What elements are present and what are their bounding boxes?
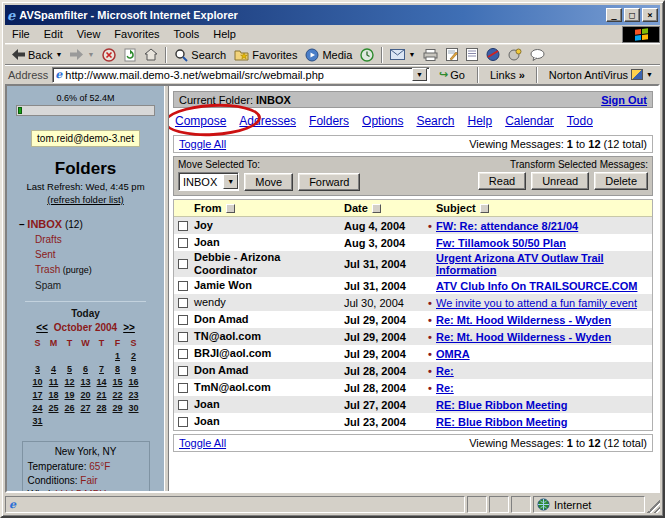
message-checkbox[interactable]: [178, 417, 188, 427]
calendar-next-link[interactable]: >>: [123, 322, 135, 333]
calendar-day-link[interactable]: 22: [112, 390, 122, 400]
discuss-button[interactable]: [526, 48, 549, 62]
refresh-folder-list-link[interactable]: (refresh folder list): [47, 194, 124, 205]
delete-button[interactable]: Delete: [594, 172, 648, 190]
calendar-day-link[interactable]: 18: [48, 390, 58, 400]
toggle-all-link[interactable]: Toggle All: [179, 138, 226, 150]
sort-subject-button[interactable]: [480, 204, 489, 213]
unread-button[interactable]: Unread: [531, 172, 589, 190]
nav-compose-link[interactable]: Compose: [175, 114, 226, 128]
refresh-button[interactable]: [120, 47, 140, 63]
calendar-day-link[interactable]: 28: [96, 403, 106, 413]
sign-out-link[interactable]: Sign Out: [601, 94, 647, 106]
message-checkbox[interactable]: [178, 315, 188, 325]
sort-date-button[interactable]: [372, 204, 381, 213]
trash-purge-link[interactable]: (purge): [60, 265, 92, 275]
message-checkbox[interactable]: [178, 238, 188, 248]
message-checkbox[interactable]: [178, 366, 188, 376]
menu-edit[interactable]: Edit: [37, 26, 70, 42]
nav-help-link[interactable]: Help: [467, 114, 492, 128]
move-button[interactable]: Move: [244, 173, 293, 191]
calendar-day-link[interactable]: 9: [131, 364, 136, 374]
message-checkbox[interactable]: [178, 259, 188, 269]
message-subject-link[interactable]: ATV Club Info On TRAILSOURCE.COM: [436, 280, 637, 292]
sort-from-button[interactable]: [226, 204, 235, 213]
go-button[interactable]: ↪ Go: [434, 67, 470, 82]
forward-button[interactable]: ▼: [66, 48, 98, 61]
calendar-day-link[interactable]: 1: [115, 351, 120, 361]
calendar-day-link[interactable]: 29: [112, 403, 122, 413]
folder-drafts-link[interactable]: Drafts: [35, 234, 62, 245]
calendar-day-link[interactable]: 5: [67, 364, 72, 374]
message-checkbox[interactable]: [178, 349, 188, 359]
minimize-button[interactable]: _: [606, 8, 622, 22]
message-subject-link[interactable]: OMRA: [436, 348, 470, 360]
history-button[interactable]: [356, 47, 378, 63]
message-checkbox[interactable]: [178, 221, 188, 231]
calendar-day-link[interactable]: 10: [32, 377, 42, 387]
message-subject-link[interactable]: FW: Re: attendance 8/21/04: [436, 220, 578, 232]
message-checkbox[interactable]: [178, 298, 188, 308]
media-button[interactable]: Media: [301, 47, 356, 63]
menu-tools[interactable]: Tools: [167, 26, 207, 42]
message-checkbox[interactable]: [178, 281, 188, 291]
calendar-day-link[interactable]: 30: [128, 403, 138, 413]
resize-grip[interactable]: [647, 500, 660, 513]
message-subject-link[interactable]: We invite you to attend a fun family eve…: [436, 297, 637, 309]
folder-sent-link[interactable]: Sent: [35, 249, 56, 260]
stop-button[interactable]: [98, 47, 120, 63]
message-subject-link[interactable]: RE: Blue Ribbon Meeting: [436, 399, 567, 411]
message-checkbox[interactable]: [178, 383, 188, 393]
favorites-button[interactable]: Favorites: [230, 48, 301, 62]
maximize-button[interactable]: □: [624, 8, 640, 22]
message-subject-link[interactable]: Urgent Arizona ATV Outlaw Trail Informat…: [436, 252, 604, 276]
norton-antivirus-button[interactable]: Norton AntiVirus ▼: [545, 69, 657, 81]
close-button[interactable]: ×: [642, 8, 658, 22]
calendar-day-link[interactable]: 23: [128, 390, 138, 400]
calendar-day-link[interactable]: 25: [48, 403, 58, 413]
calendar-day-link[interactable]: 13: [80, 377, 90, 387]
menu-favorites[interactable]: Favorites: [107, 26, 166, 42]
calendar-day-link[interactable]: 21: [96, 390, 106, 400]
calendar-day-link[interactable]: 31: [32, 416, 42, 426]
back-dropdown-icon[interactable]: ▼: [55, 51, 62, 58]
edit-button[interactable]: [442, 47, 462, 62]
calendar-day-link[interactable]: 3: [35, 364, 40, 374]
calendar-today-link[interactable]: Today: [71, 308, 100, 319]
forward-mail-button[interactable]: Forward: [298, 173, 360, 191]
message-checkbox[interactable]: [178, 400, 188, 410]
message-subject-link[interactable]: Re:: [436, 382, 454, 394]
message-subject-link[interactable]: Re:: [436, 365, 454, 377]
calendar-day-link[interactable]: 17: [32, 390, 42, 400]
real-guide-button[interactable]: [482, 47, 504, 62]
message-subject-link[interactable]: Re: Mt. Hood Wilderness - Wyden: [436, 314, 611, 326]
calendar-day-link[interactable]: 15: [112, 377, 122, 387]
folder-trash-link[interactable]: Trash: [35, 264, 60, 275]
folder-select-dropdown-icon[interactable]: ▼: [223, 174, 238, 189]
calendar-day-link[interactable]: 20: [80, 390, 90, 400]
nav-addresses-link[interactable]: Addresses: [239, 114, 296, 128]
messenger-button[interactable]: [504, 47, 526, 62]
print-button[interactable]: [419, 48, 442, 62]
home-button[interactable]: [140, 47, 162, 62]
calendar-day-link[interactable]: 8: [115, 364, 120, 374]
address-dropdown-icon[interactable]: ▼: [412, 68, 427, 81]
toggle-all-link[interactable]: Toggle All: [179, 437, 226, 449]
calendar-day-link[interactable]: 11: [49, 377, 59, 387]
mail-dropdown-icon[interactable]: ▼: [408, 51, 415, 58]
calendar-day-link[interactable]: 26: [64, 403, 74, 413]
calendar-day-link[interactable]: 12: [64, 377, 74, 387]
calendar-day-link[interactable]: 14: [96, 377, 106, 387]
search-button[interactable]: Search: [170, 47, 230, 63]
folder-inbox-link[interactable]: INBOX: [27, 218, 62, 230]
calendar-day-link[interactable]: 4: [51, 364, 56, 374]
forward-dropdown-icon[interactable]: ▼: [87, 51, 94, 58]
read-button[interactable]: Read: [478, 172, 526, 190]
mail-button[interactable]: ▼: [386, 48, 419, 61]
menu-view[interactable]: View: [70, 26, 108, 42]
address-field[interactable]: e http://www.mail.demo-3.net/webmail/src…: [52, 67, 430, 83]
message-subject-link[interactable]: Re: Mt. Hood Wilderness - Wyden: [436, 331, 611, 343]
nav-search-link[interactable]: Search: [416, 114, 454, 128]
folder-spam-link[interactable]: Spam: [35, 280, 61, 291]
calendar-day-link[interactable]: 27: [80, 403, 90, 413]
